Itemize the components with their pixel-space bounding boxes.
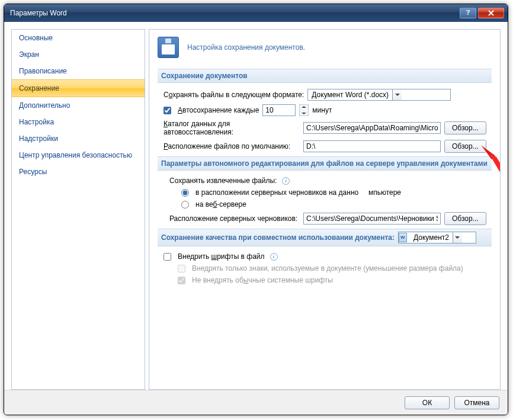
embed-used-only-label: Внедрять только знаки, используемые в до…	[192, 264, 463, 272]
info-icon[interactable]: i	[270, 253, 278, 261]
autorecover-path-label: Каталог данных для автовосстановления:	[163, 120, 300, 136]
autosave-unit: минут	[312, 106, 332, 114]
location-web-label: на веб-сервере	[195, 200, 246, 209]
embed-fonts-label: Внедрить шрифты в файл	[178, 252, 265, 261]
browse-default-button[interactable]: Обзор...	[444, 140, 486, 153]
keep-checkedout-label: Сохранять извлеченные файлы:	[169, 177, 277, 185]
browse-autorecover-button[interactable]: Обзор...	[444, 121, 486, 134]
embed-used-only-checkbox	[178, 265, 185, 272]
spinner-icon[interactable]	[299, 104, 309, 116]
dialog-footer: ОК Отмена	[4, 390, 508, 415]
nav-save[interactable]: Сохранение	[12, 79, 145, 97]
nav-resources[interactable]: Ресурсы	[12, 163, 145, 180]
location-local-label: в расположении серверных черновиков на д…	[195, 188, 401, 197]
close-button[interactable]	[478, 8, 504, 18]
chevron-down-icon	[392, 89, 402, 100]
browse-drafts-button[interactable]: Обзор...	[444, 212, 486, 225]
server-drafts-input[interactable]	[303, 213, 441, 225]
document-icon	[399, 233, 407, 242]
cancel-button[interactable]: Отмена	[454, 396, 499, 409]
autosave-interval-input[interactable]	[262, 104, 296, 116]
autosave-label: Автосохранение каждые	[178, 106, 259, 114]
default-path-input[interactable]	[303, 140, 441, 152]
svg-text:?: ?	[466, 10, 470, 16]
page-title: Настройка сохранения документов.	[187, 43, 305, 52]
category-sidebar: Основные Экран Правописание Сохранение Д…	[11, 29, 145, 390]
autorecover-path-input[interactable]	[303, 122, 441, 134]
default-path-label: Расположение файлов по умолчанию:	[163, 142, 300, 150]
settings-panel: Настройка сохранения документов. Сохране…	[149, 29, 501, 390]
nav-general[interactable]: Основные	[12, 30, 145, 46]
nav-display[interactable]: Экран	[12, 46, 145, 63]
skip-system-fonts-label: Не внедрять обычные системные шрифты	[192, 276, 333, 284]
nav-trust-center[interactable]: Центр управления безопасностью	[12, 147, 145, 163]
nav-customize[interactable]: Настройка	[12, 114, 145, 130]
titlebar[interactable]: Параметры Word ?	[4, 4, 508, 22]
fidelity-document-select[interactable]: Документ2	[398, 232, 476, 243]
section-preserve-fidelity: Сохранение качества при совместном испол…	[158, 229, 492, 246]
location-local-radio[interactable]	[181, 189, 189, 197]
location-web-radio[interactable]	[181, 201, 189, 209]
help-button[interactable]: ?	[460, 8, 476, 18]
section-offline-editing: Параметры автономного редактирования для…	[158, 156, 492, 171]
save-icon	[158, 37, 179, 58]
save-format-select[interactable]: Документ Word (*.docx)	[307, 89, 451, 101]
embed-fonts-checkbox[interactable]	[163, 253, 171, 261]
ok-button[interactable]: ОК	[405, 396, 450, 409]
autosave-checkbox[interactable]	[163, 107, 171, 114]
skip-system-fonts-checkbox	[178, 277, 185, 284]
window-title: Параметры Word	[8, 9, 458, 17]
server-drafts-label: Расположение серверных черновиков:	[169, 214, 300, 223]
chevron-down-icon	[453, 232, 462, 243]
section-save-documents: Сохранение документов	[158, 69, 492, 83]
nav-proofing[interactable]: Правописание	[12, 63, 145, 79]
nav-addins[interactable]: Надстройки	[12, 130, 145, 147]
info-icon[interactable]: i	[282, 177, 290, 185]
dialog-window: Параметры Word ? Основные Экран Правопис…	[4, 4, 508, 415]
save-format-label: Сохранять файлы в следующем формате:	[163, 91, 304, 99]
nav-advanced[interactable]: Дополнительно	[12, 97, 145, 114]
